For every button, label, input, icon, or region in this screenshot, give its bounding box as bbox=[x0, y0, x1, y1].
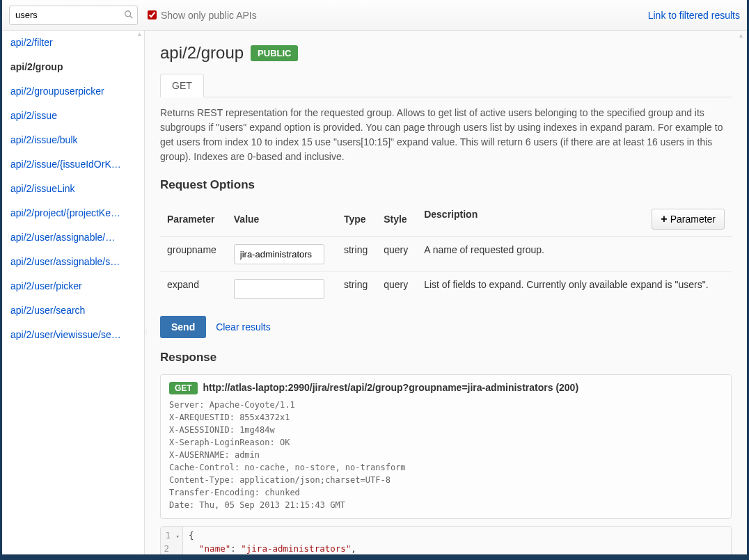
show-public-text: Show only public APIs bbox=[161, 10, 257, 21]
sidebar-item[interactable]: api/2/issue bbox=[2, 104, 144, 128]
page-title: api/2/group bbox=[160, 43, 244, 63]
params-table: Parameter Value Type Style Description +… bbox=[160, 202, 732, 306]
send-button[interactable]: Send bbox=[160, 316, 206, 338]
param-name: expand bbox=[160, 272, 227, 307]
response-headers: Server: Apache-Coyote/1.1 X-AREQUESTID: … bbox=[169, 399, 723, 511]
scroll-up-icon: ▲ bbox=[738, 32, 744, 39]
main-panel: ▲ ⋮ api/2/group PUBLIC GET Returns REST … bbox=[145, 31, 747, 554]
param-type: string bbox=[337, 272, 377, 307]
public-badge: PUBLIC bbox=[251, 45, 298, 61]
description-text: Returns REST representation for the requ… bbox=[160, 106, 732, 164]
th-type: Type bbox=[337, 202, 377, 237]
json-viewer: 1 ▾2 3 4 ▾5 { "name": "jira-administrato… bbox=[160, 526, 732, 554]
sidebar-item[interactable]: api/2/groupuserpicker bbox=[2, 79, 144, 104]
response-box: GET http://atlas-laptop:2990/jira/rest/a… bbox=[160, 374, 732, 519]
drag-handle-icon[interactable]: ⋮ bbox=[145, 328, 150, 336]
search-input[interactable] bbox=[9, 6, 138, 25]
sidebar-item[interactable]: api/2/project/{projectKe… bbox=[2, 201, 144, 225]
sidebar-item[interactable]: api/2/user/picker bbox=[2, 274, 144, 298]
th-value: Value bbox=[227, 202, 337, 237]
response-heading: Response bbox=[160, 351, 732, 365]
param-value-input[interactable] bbox=[234, 244, 324, 264]
param-style: query bbox=[377, 272, 417, 307]
scroll-up-icon: ▲ bbox=[136, 31, 143, 38]
tab-get[interactable]: GET bbox=[160, 74, 204, 97]
sidebar: ▲ api/2/filterapi/2/groupapi/2/groupuser… bbox=[2, 31, 145, 554]
footer-bar bbox=[2, 554, 747, 560]
param-name: groupname bbox=[160, 237, 227, 272]
table-row: groupnamestringqueryA name of requested … bbox=[160, 237, 732, 272]
th-parameter: Parameter bbox=[160, 202, 227, 237]
sidebar-item[interactable]: api/2/user/assignable/… bbox=[2, 225, 144, 250]
sidebar-item[interactable]: api/2/issue/bulk bbox=[2, 128, 144, 152]
plus-icon: + bbox=[661, 215, 667, 223]
clear-results-link[interactable]: Clear results bbox=[216, 321, 271, 333]
param-type: string bbox=[337, 237, 377, 272]
sidebar-item[interactable]: api/2/user/viewissue/se… bbox=[2, 323, 144, 347]
sidebar-item[interactable]: api/2/filter bbox=[2, 31, 144, 55]
th-style: Style bbox=[377, 202, 417, 237]
th-description: Description + Parameter bbox=[417, 202, 732, 237]
param-style: query bbox=[377, 237, 417, 272]
line-gutter: 1 ▾2 3 4 ▾5 bbox=[161, 527, 183, 554]
json-code: { "name": "jira-administrators", "self":… bbox=[183, 527, 661, 554]
sidebar-item[interactable]: api/2/issue/{issueIdOrK… bbox=[2, 152, 144, 177]
link-filtered-results[interactable]: Link to filtered results bbox=[648, 10, 740, 21]
sidebar-item[interactable]: api/2/group bbox=[2, 55, 144, 79]
response-url: http://atlas-laptop:2990/jira/rest/api/2… bbox=[203, 382, 579, 393]
table-row: expandstringqueryList of fields to expan… bbox=[160, 272, 732, 307]
sidebar-item[interactable]: api/2/user/assignable/s… bbox=[2, 250, 144, 274]
request-options-heading: Request Options bbox=[160, 178, 732, 192]
sidebar-item[interactable]: api/2/user/search bbox=[2, 298, 144, 323]
add-parameter-button[interactable]: + Parameter bbox=[652, 209, 725, 230]
show-public-label[interactable]: Show only public APIs bbox=[148, 10, 257, 21]
param-value-input[interactable] bbox=[234, 279, 324, 299]
show-public-checkbox[interactable] bbox=[148, 10, 157, 19]
method-badge: GET bbox=[169, 382, 198, 394]
param-desc: A name of requested group. bbox=[417, 237, 732, 272]
param-desc: List of fields to expand. Currently only… bbox=[417, 272, 732, 307]
sidebar-item[interactable]: api/2/issueLink bbox=[2, 177, 144, 201]
